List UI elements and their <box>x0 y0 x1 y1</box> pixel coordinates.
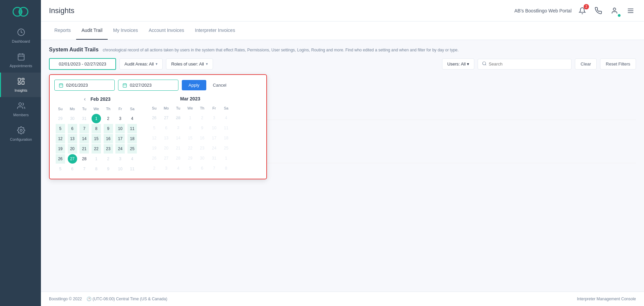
sidebar-item-appointments[interactable]: Appointments <box>0 48 41 73</box>
mar-month-label: Mar 2023 <box>180 96 200 101</box>
calendar-day[interactable]: 15 <box>92 134 101 143</box>
calendar-day: 30 <box>198 154 207 163</box>
svg-rect-4 <box>18 54 24 60</box>
calendar-day[interactable]: 14 <box>79 134 89 143</box>
calendar-day[interactable]: 1 <box>92 114 101 123</box>
calendar-day: 4 <box>221 113 231 123</box>
clear-button[interactable]: Clear <box>575 58 597 70</box>
end-date-input[interactable]: 02/27/2023 <box>118 80 178 91</box>
calendar-day: 2 <box>104 154 113 164</box>
calendar-day[interactable]: 3 <box>115 114 125 123</box>
calendar-day[interactable]: 21 <box>79 144 89 154</box>
reset-filters-button[interactable]: Reset Filters <box>600 58 636 70</box>
search-icon <box>482 61 487 67</box>
users-filter[interactable]: Users: All ▾ <box>442 58 474 70</box>
calendar-day[interactable]: 2 <box>104 114 113 123</box>
calendar-day[interactable]: 9 <box>104 124 113 133</box>
calendar-day: 5 <box>56 164 65 174</box>
tab-interpreter-invoices[interactable]: Interpreter Invoices <box>190 21 240 40</box>
calendar-day: 29 <box>56 114 65 123</box>
calendar-day[interactable]: 4 <box>127 114 137 123</box>
sidebar-item-dashboard[interactable]: Dashboard <box>0 24 41 48</box>
sidebar-item-configuration[interactable]: Configuration <box>0 122 41 146</box>
tab-account-invoices[interactable]: Account Invoices <box>143 21 190 40</box>
calendar-day: 4 <box>173 164 183 173</box>
svg-rect-8 <box>18 83 20 84</box>
tab-reports[interactable]: Reports <box>49 21 76 40</box>
calendar-day[interactable]: 5 <box>56 124 65 133</box>
filter-bar: 02/01/2023 - 02/27/2023 Audit Areas: All… <box>49 58 636 70</box>
calendar-day: 3 <box>209 113 219 123</box>
timezone-icon: 🕐 <box>87 297 92 301</box>
audit-areas-filter[interactable]: Audit Areas: All <box>119 58 163 70</box>
tabs-bar: Reports Audit Trail My Invoices Account … <box>41 21 644 40</box>
dashboard-icon <box>17 28 25 37</box>
calendar-day: 19 <box>150 143 159 153</box>
svg-rect-21 <box>123 84 127 87</box>
calendar-day: 10 <box>209 123 219 133</box>
user-button[interactable] <box>609 5 620 16</box>
date-range-button[interactable]: 02/01/2023 - 02/27/2023 <box>49 58 116 70</box>
sidebar-item-members[interactable]: Members <box>0 97 41 122</box>
phone-button[interactable] <box>593 5 604 16</box>
svg-rect-5 <box>18 78 20 81</box>
calendar-day[interactable]: 19 <box>56 144 65 154</box>
calendar-day[interactable]: 26 <box>56 154 65 164</box>
calendar-day[interactable]: 17 <box>115 134 125 143</box>
calendar-day[interactable]: 6 <box>68 124 77 133</box>
calendar-day: 1 <box>185 113 195 123</box>
calendar-day[interactable]: 11 <box>127 124 137 133</box>
section-title: System Audit Trails <box>49 47 99 52</box>
tab-audit-trail[interactable]: Audit Trail <box>76 21 108 40</box>
insights-icon <box>17 77 25 86</box>
sidebar-item-appointments-label: Appointments <box>10 64 32 68</box>
footer-left: Boostlingo © 2022 🕐 (UTC-06:00) Central … <box>49 297 167 301</box>
calendar-day: 10 <box>115 164 125 174</box>
calendar-day[interactable]: 24 <box>115 144 125 154</box>
feb-grid: 2930311234567891011121314151617181920212… <box>54 114 138 174</box>
sidebar-item-insights[interactable]: Insights <box>0 73 41 97</box>
calendar-day[interactable]: 20 <box>68 144 77 154</box>
calendar-day[interactable]: 28 <box>79 154 89 164</box>
calendar-day: 7 <box>209 164 219 173</box>
calendar-day[interactable]: 13 <box>68 134 77 143</box>
menu-button[interactable] <box>625 5 636 16</box>
calendar-day[interactable]: 18 <box>127 134 137 143</box>
content-area: System Audit Trails chronological record… <box>41 40 644 292</box>
calendar-day[interactable]: 22 <box>92 144 101 154</box>
prev-month-button[interactable]: ‹ <box>82 96 88 102</box>
page-title: Insights <box>49 6 74 15</box>
start-date-value: 02/01/2023 <box>66 83 88 88</box>
top-header: Insights AB's Boostlingo Web Portal 2 <box>41 0 644 21</box>
calendar-day[interactable]: 25 <box>127 144 137 154</box>
calendar-day[interactable]: 8 <box>92 124 101 133</box>
calendar-day: 9 <box>104 164 113 174</box>
apply-button[interactable]: Apply <box>182 80 206 90</box>
svg-point-9 <box>19 103 21 105</box>
members-icon <box>17 102 25 111</box>
calendar-day[interactable]: 12 <box>56 134 65 143</box>
notification-button[interactable]: 2 <box>577 5 588 16</box>
cancel-calendar-button[interactable]: Cancel <box>210 80 230 90</box>
calendar-day[interactable]: 7 <box>79 124 89 133</box>
roles-filter[interactable]: Roles of user: All <box>166 58 213 70</box>
calendar-day: 9 <box>198 123 207 133</box>
calendar-day[interactable]: 10 <box>115 124 125 133</box>
calendar-day: 8 <box>92 164 101 174</box>
calendar-day[interactable]: 16 <box>104 134 113 143</box>
calendar-day: 29 <box>185 154 195 163</box>
calendar-day[interactable]: 23 <box>104 144 113 154</box>
svg-line-16 <box>485 64 486 65</box>
calendar-end-icon <box>122 83 127 88</box>
start-date-input[interactable]: 02/01/2023 <box>54 80 115 91</box>
search-input[interactable] <box>489 61 556 67</box>
tab-my-invoices[interactable]: My Invoices <box>108 21 143 40</box>
calendar-day[interactable]: 27 <box>68 154 77 164</box>
calendar-day: 2 <box>198 113 207 123</box>
svg-point-10 <box>20 129 22 131</box>
calendar-day: 27 <box>162 113 171 123</box>
svg-rect-17 <box>59 84 63 87</box>
calendar-day: 8 <box>221 164 231 173</box>
appointments-icon <box>17 53 25 62</box>
calendar-day: 31 <box>79 114 89 123</box>
